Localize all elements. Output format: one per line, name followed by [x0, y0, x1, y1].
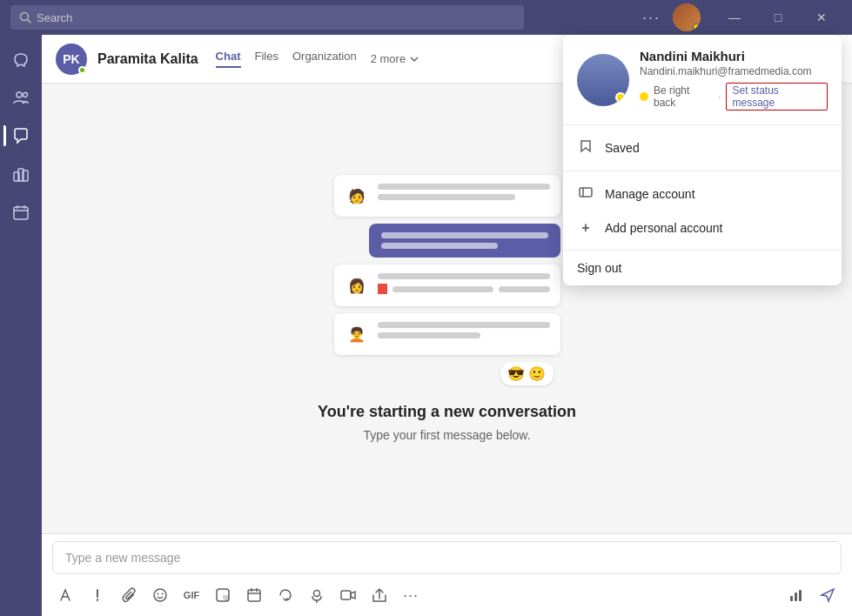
chat-tabs: Chat Files Organization 2 more [216, 50, 420, 68]
profile-info: Nandini Maikhuri Nandini.maikhuri@framed… [640, 49, 828, 110]
illus-reaction: 😎 🙂 [500, 362, 553, 385]
illus-line [392, 286, 493, 292]
tab-chat[interactable]: Chat [216, 50, 241, 68]
sign-out-item[interactable]: Sign out [563, 251, 842, 285]
svg-rect-21 [341, 591, 351, 599]
saved-item[interactable]: Saved [563, 131, 842, 165]
svg-point-11 [154, 589, 166, 601]
status-dot-yellow [640, 92, 648, 101]
more-toolbar-button[interactable]: ··· [397, 581, 425, 609]
sidebar [0, 35, 42, 616]
audio-right-button[interactable] [782, 581, 810, 609]
profile-header: Nandini Maikhuri Nandini.maikhuri@framed… [563, 35, 842, 125]
more-options-button[interactable]: ··· [637, 5, 666, 30]
add-personal-label: Add personal account [605, 221, 722, 235]
sidebar-item-calendar[interactable] [3, 195, 38, 230]
tab-organization[interactable]: Organization [292, 50, 357, 68]
new-conversation-title: You're starting a new conversation [318, 403, 576, 421]
svg-rect-25 [580, 188, 592, 197]
chat-header-name: Paramita Kalita [97, 51, 198, 67]
plus-icon: + [577, 220, 594, 236]
add-personal-account-item[interactable]: + Add personal account [563, 211, 842, 244]
svg-line-1 [28, 20, 31, 23]
set-status-button[interactable]: Set status message [726, 83, 828, 110]
emoji-button[interactable] [146, 581, 174, 609]
manage-account-label: Manage account [605, 187, 695, 201]
audio-button[interactable] [303, 581, 331, 609]
chevron-down-icon [409, 54, 419, 64]
illus-avatar-2: 👩 [345, 273, 369, 298]
loop-button[interactable] [272, 581, 299, 609]
illus-bubble-line [381, 243, 498, 249]
user-initials: PK [63, 52, 79, 66]
svg-point-2 [17, 92, 22, 97]
important-button[interactable] [84, 581, 111, 609]
tab-files[interactable]: Files [255, 50, 278, 68]
profile-status-row: Be right back · Set status message [640, 83, 828, 110]
svg-rect-24 [799, 590, 802, 601]
illus-bubble-line [381, 232, 548, 238]
svg-rect-7 [14, 207, 28, 219]
chat-illustration: 🧑 👩 [334, 175, 560, 385]
sidebar-item-activity[interactable] [3, 42, 38, 77]
illus-line [378, 184, 550, 190]
attach-button[interactable] [115, 581, 143, 609]
profile-status-badge [615, 92, 626, 103]
tab-more[interactable]: 2 more [371, 52, 419, 65]
minimize-button[interactable]: — [714, 0, 755, 35]
profile-avatar-large [577, 54, 629, 106]
illus-message-2: 👩 [334, 264, 560, 306]
search-box[interactable]: Search [10, 5, 524, 30]
svg-point-3 [23, 93, 28, 97]
dropdown-saved-section: Saved [563, 125, 842, 171]
saved-label: Saved [605, 141, 640, 155]
maximize-button[interactable]: □ [758, 0, 798, 35]
search-icon [19, 11, 31, 23]
svg-point-13 [162, 593, 164, 595]
dropdown-account-section: Manage account + Add personal account [563, 171, 842, 251]
title-bar-right: ··· — □ ✕ [637, 0, 842, 35]
illus-line [378, 332, 481, 338]
svg-rect-22 [790, 596, 793, 601]
avatar-status-dot [693, 23, 700, 30]
search-placeholder: Search [37, 11, 72, 24]
svg-point-12 [158, 593, 159, 595]
illus-line [378, 273, 550, 279]
share-button[interactable] [366, 581, 393, 609]
svg-rect-15 [248, 590, 260, 601]
profile-avatar-button[interactable] [673, 3, 701, 31]
toolbar-right [782, 581, 842, 609]
bookmark-icon [577, 139, 594, 157]
video-button[interactable] [334, 581, 362, 609]
illus-avatar-1: 🧑 [345, 184, 369, 208]
svg-rect-23 [795, 593, 797, 601]
title-bar: Search ··· — □ ✕ [0, 0, 852, 35]
user-avatar: PK [56, 44, 87, 75]
user-status-dot [78, 66, 86, 74]
sidebar-item-chat[interactable] [3, 118, 38, 153]
new-conversation-subtitle: Type your first message below. [363, 428, 530, 442]
manage-account-icon [577, 185, 594, 203]
profile-dropdown: Nandini Maikhuri Nandini.maikhuri@framed… [563, 35, 842, 285]
profile-email: Nandini.maikhuri@framedmedia.com [640, 65, 828, 77]
illus-line [378, 322, 550, 328]
sidebar-item-people[interactable] [3, 80, 38, 115]
schedule-button[interactable] [240, 581, 268, 609]
message-input-box[interactable]: Type a new message [52, 541, 842, 574]
sidebar-item-teams[interactable] [3, 157, 38, 191]
reaction-row: 😎 🙂 [334, 362, 553, 385]
illus-avatar-3: 🧑‍🦱 [345, 322, 369, 346]
send-button[interactable] [814, 581, 842, 609]
window-controls: — □ ✕ [714, 0, 842, 35]
manage-account-item[interactable]: Manage account [563, 177, 842, 211]
sticker-button[interactable] [209, 581, 237, 609]
close-button[interactable]: ✕ [802, 0, 842, 35]
illus-bubble [369, 224, 560, 258]
svg-point-19 [314, 591, 320, 597]
illus-line [378, 194, 515, 200]
illus-message-3: 🧑‍🦱 [334, 313, 560, 355]
gif-button[interactable]: GIF [178, 581, 205, 609]
format-button[interactable] [52, 581, 80, 609]
profile-name: Nandini Maikhuri [640, 49, 828, 64]
message-toolbar: GIF [42, 578, 852, 616]
